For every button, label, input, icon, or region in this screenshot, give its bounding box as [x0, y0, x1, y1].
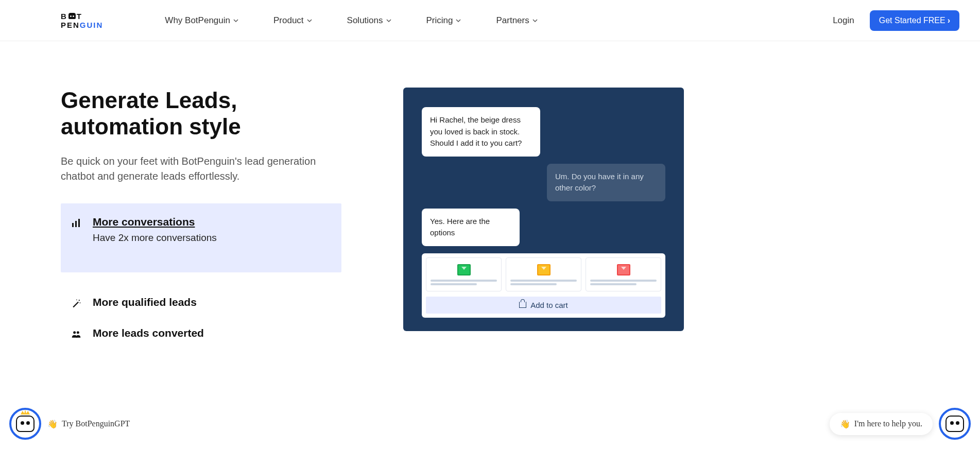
logo-bottom: PENGUIN [61, 21, 103, 29]
hero-subtitle: Be quick on your feet with BotPenguin's … [61, 154, 341, 184]
nav-pricing[interactable]: Pricing [426, 15, 461, 26]
feature-qualified-leads[interactable]: More qualified leads [61, 287, 341, 318]
cart-icon [519, 302, 526, 308]
feature-leads-converted[interactable]: More leads converted [61, 318, 341, 349]
svg-rect-0 [72, 223, 74, 227]
svg-point-3 [79, 300, 80, 301]
product-options-panel: Add to cart [422, 253, 665, 318]
image-icon-orange [537, 264, 551, 275]
chat-mockup: Hi Rachel, the beige dress you loved is … [403, 88, 684, 331]
skeleton-line [510, 283, 557, 285]
chat-bubble-user: Um. Do you have it in any other color? [547, 164, 665, 201]
svg-rect-1 [75, 221, 77, 227]
svg-rect-2 [78, 219, 80, 227]
image-icon-green [457, 264, 471, 275]
feature-title: More leads converted [93, 327, 204, 339]
people-icon [71, 329, 81, 339]
svg-point-5 [76, 300, 77, 301]
get-started-button[interactable]: Get Started FREE › [870, 10, 959, 31]
chat-bubble-bot: Hi Rachel, the beige dress you loved is … [422, 107, 540, 157]
hero-right: Hi Rachel, the beige dress you loved is … [403, 88, 684, 349]
image-icon-red [617, 264, 630, 275]
skeleton-line [590, 280, 657, 282]
nav-partners[interactable]: Partners [496, 15, 537, 26]
main-content: Generate Leads, automation style Be quic… [0, 41, 980, 379]
nav-solutions[interactable]: Solutions [347, 15, 391, 26]
hero-title: Generate Leads, automation style [61, 88, 341, 140]
skeleton-line [590, 283, 637, 285]
add-to-cart-button[interactable]: Add to cart [426, 297, 661, 314]
skeleton-line [431, 280, 497, 282]
svg-point-4 [80, 303, 81, 304]
feature-card-active[interactable]: More conversations Have 2x more conversa… [61, 203, 341, 272]
svg-point-7 [77, 331, 79, 334]
skeleton-line [510, 280, 577, 282]
chevron-right-icon: › [948, 16, 950, 25]
bot-head-icon [68, 13, 76, 19]
magic-wand-icon [71, 298, 81, 308]
bar-chart-icon [71, 218, 81, 228]
login-link[interactable]: Login [833, 15, 854, 26]
header: BT PENGUIN Why BotPenguin Product Soluti… [0, 0, 980, 41]
header-right: Login Get Started FREE › [833, 10, 959, 31]
product-option[interactable] [426, 257, 502, 291]
skeleton-line [431, 283, 477, 285]
product-option[interactable] [586, 257, 661, 291]
product-option[interactable] [506, 257, 581, 291]
logo[interactable]: BT PENGUIN [61, 12, 103, 29]
feature-title: More conversations [93, 216, 217, 228]
hero-left: Generate Leads, automation style Be quic… [61, 88, 341, 349]
chevron-down-icon [233, 18, 238, 23]
nav-why-botpenguin[interactable]: Why BotPenguin [165, 15, 238, 26]
feature-title: More qualified leads [93, 296, 197, 308]
logo-top: BT [61, 12, 103, 21]
feature-desc: Have 2x more conversations [93, 232, 217, 244]
svg-point-6 [73, 331, 76, 334]
nav-product[interactable]: Product [273, 15, 312, 26]
chevron-down-icon [386, 18, 391, 23]
chevron-down-icon [532, 18, 538, 23]
main-nav: Why BotPenguin Product Solutions Pricing… [165, 15, 833, 26]
chevron-down-icon [456, 18, 461, 23]
chat-bubble-bot: Yes. Here are the options [422, 209, 520, 246]
chevron-down-icon [307, 18, 312, 23]
